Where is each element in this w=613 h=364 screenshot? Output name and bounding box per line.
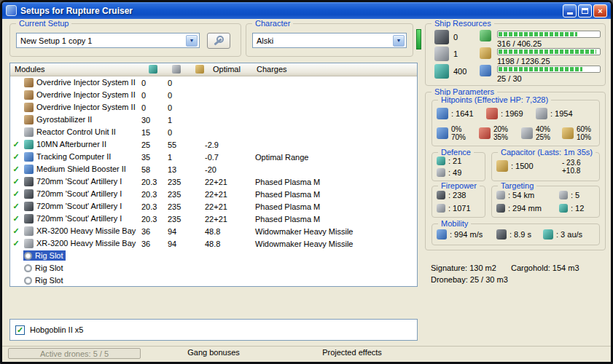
setup-select[interactable]: New Setup 1 copy 1 ▼ [16, 33, 200, 48]
module-powergrid-value: 0 [168, 91, 205, 100]
mobility-warp-speed: : 3 au/s [556, 230, 582, 239]
mobility-align-time: : 8.9 s [509, 230, 531, 239]
module-powergrid-value: 55 [168, 141, 205, 149]
tab-projected-effects[interactable]: Projected effects [286, 348, 418, 357]
module-powergrid-value: 235 [168, 178, 205, 186]
active-drones-indicator[interactable]: Active drones: 5 / 5 [8, 348, 141, 359]
module-row[interactable]: Gyrostabilizer II301 [10, 114, 417, 126]
cpu-bar [497, 31, 601, 38]
module-row[interactable]: Rig Slot [10, 262, 417, 274]
maximize-icon [582, 8, 588, 14]
dronebay-icon [480, 65, 491, 76]
module-row[interactable]: ✓720mm 'Scout' Artillery I20.323522+21Ph… [10, 200, 417, 213]
armor-tank-icon [437, 168, 445, 177]
module-row[interactable]: Reactor Control Unit II150 [10, 126, 417, 138]
current-setup-label: Current Setup [16, 19, 71, 28]
calibration-icon [434, 64, 449, 79]
module-row[interactable]: ✓720mm 'Scout' Artillery I20.323522+21Ph… [10, 175, 417, 188]
hitpoints-group: Hitpoints (Effective HP: 7,328) : 1641 :… [432, 100, 600, 146]
module-name: Rig Slot [35, 276, 63, 285]
module-row[interactable]: ✓Medium Shield Booster II5813-20 [10, 163, 417, 175]
mobility-label: Mobility [438, 219, 471, 228]
module-optimal-value: -2.9 [205, 141, 255, 149]
module-name: XR-3200 Heavy Missile Bay [36, 226, 136, 235]
character-label: Character [252, 19, 293, 28]
minimize-button[interactable] [563, 4, 577, 17]
targeting-group: Targeting : 54 km : 294 mm : 5 : 12 [491, 186, 600, 218]
chevron-down-icon[interactable]: ▼ [186, 35, 198, 47]
capacitor-icon [496, 160, 508, 172]
reactor-control-unit-icon [24, 127, 34, 137]
current-setup-group: Current Setup New Setup 1 copy 1 ▼ [9, 23, 241, 57]
module-cpu-value: 30 [141, 116, 168, 124]
launcher-hardpoints-icon [434, 47, 449, 61]
module-optimal-value: 22+21 [205, 202, 255, 211]
module-charge-name: Widowmaker Heavy Missile [255, 227, 417, 236]
mobility-speed: : 994 m/s [450, 230, 483, 239]
module-optimal-value: 48.8 [205, 240, 255, 248]
module-row[interactable]: ✓720mm 'Scout' Artillery I20.323522+21Ph… [10, 213, 417, 225]
maximize-button[interactable] [578, 4, 592, 17]
hull-hp: : 1954 [550, 109, 573, 118]
volley-damage-icon [437, 191, 445, 199]
module-active-check-icon: ✓ [10, 202, 22, 211]
thermal-resist-icon [479, 127, 491, 139]
tab-gang-bonuses[interactable]: Gang bonuses [148, 348, 279, 357]
shield-hp: : 1641 [451, 109, 474, 118]
em-resist-icon [437, 127, 448, 139]
app-icon [6, 5, 17, 16]
module-row[interactable]: ✓10MN Afterburner II2555-2.9 [10, 138, 417, 151]
setup-tools-button[interactable] [207, 33, 230, 49]
ship-resources-label: Ship Resources [432, 19, 494, 28]
module-name: Reactor Control Unit II [36, 127, 116, 136]
setup-select-value: New Setup 1 copy 1 [20, 36, 92, 45]
module-cpu-value: 20.3 [141, 178, 168, 186]
explosive-resist-icon [562, 127, 574, 139]
targeting-label: Targeting [498, 181, 536, 190]
speed-icon [437, 229, 447, 240]
title-bar[interactable]: Setups for Rupture Cruiser × [2, 2, 611, 19]
module-row[interactable]: ✓XR-3200 Heavy Missile Bay369448.8Widowm… [10, 237, 417, 250]
drone-checkbox[interactable]: ✓ [15, 325, 25, 335]
module-row[interactable]: ✓720mm 'Scout' Artillery I20.323522+21Ph… [10, 188, 417, 200]
module-powergrid-value: 0 [168, 128, 205, 137]
close-button[interactable]: × [593, 4, 607, 17]
kinetic-armor-resist: 25% [536, 133, 550, 141]
module-cpu-value: 15 [141, 128, 168, 137]
overdrive-injector-icon [24, 90, 34, 100]
module-powergrid-value: 0 [168, 79, 205, 87]
module-powergrid-value: 94 [168, 240, 205, 248]
character-select[interactable]: Alski ▼ [252, 33, 407, 48]
close-icon: × [598, 7, 602, 15]
module-row[interactable]: Rig Slot [10, 250, 417, 262]
module-optimal-value: -20 [205, 165, 255, 174]
warp-speed-icon [543, 229, 553, 240]
module-optimal-value: 22+21 [205, 215, 255, 223]
module-cpu-value: 25 [141, 141, 168, 149]
powergrid-bar-text: 1198 / 1236.25 [497, 57, 550, 66]
module-row[interactable]: Rig Slot [10, 274, 417, 287]
module-row[interactable]: Overdrive Injector System II00 [10, 101, 417, 114]
firepower-group: Firepower : 238 : 1071 [432, 186, 485, 218]
module-powergrid-value: 94 [168, 227, 205, 236]
module-row[interactable]: ✓XR-3200 Heavy Missile Bay369448.8Widowm… [10, 225, 417, 237]
ship-resources-group: Ship Resources 0 1 400 316 / 406.25 1198… [425, 23, 606, 86]
module-cpu-value: 36 [141, 240, 168, 248]
resource-bar-fill [499, 32, 577, 36]
module-powergrid-value: 13 [168, 165, 205, 174]
module-row[interactable]: Overdrive Injector System II00 [10, 89, 417, 101]
modules-column-header: Modules [15, 65, 45, 74]
chevron-down-icon[interactable]: ▼ [393, 35, 405, 47]
module-row[interactable]: ✓Tracking Computer II351-0.7Optimal Rang… [10, 151, 417, 163]
cargohold-stat: Cargohold: 154 m3 [511, 264, 579, 272]
wrench-icon [213, 35, 224, 47]
module-active-check-icon: ✓ [10, 140, 22, 149]
em-armor-resist: 70% [451, 133, 466, 141]
rig-slot-icon [24, 264, 32, 272]
module-row[interactable]: Overdrive Injector System II00 [10, 76, 417, 89]
module-list-rows: Overdrive Injector System II00Overdrive … [10, 76, 417, 287]
optimal-column-header: Optimal [213, 65, 241, 74]
character-select-value: Alski [257, 36, 273, 45]
mobility-group: Mobility : 994 m/s : 8.9 s : 3 au/s [432, 223, 600, 245]
module-name: Rig Slot [35, 264, 63, 272]
